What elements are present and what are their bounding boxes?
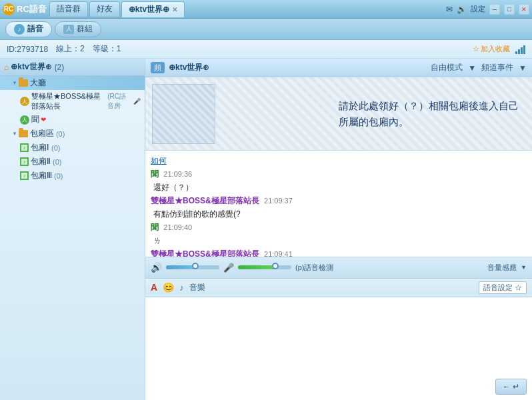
nav-group-btn[interactable]: 人 群組 (55, 21, 101, 37)
volume-dropdown-icon[interactable]: ▼ (521, 264, 527, 271)
sidebar-channel-name: ⊕ktv世界⊕ (11, 61, 51, 73)
volume-label: 音量感應 (487, 263, 517, 273)
speaker-thumb (192, 263, 199, 269)
voice-settings-btn[interactable]: 語音設定 ☆ (479, 281, 527, 294)
speaker-slider[interactable] (166, 265, 219, 269)
heart-icon: ❤ (41, 116, 46, 123)
speaker-icon: 🔊 (457, 5, 467, 14)
chat-panel: 頻 ⊕ktv世界⊕ 自由模式 ▼ 頻道事件 ▼ 請於此處領好（？）相關包廂後進入… (145, 59, 532, 400)
speaker-fill (166, 265, 195, 269)
msg-time-1: 21:09:37 (264, 197, 293, 205)
mic-icon-user1: 🎤 (133, 98, 141, 105)
msg-content-0: 還好（？） (151, 183, 193, 192)
settings-arrow-icon: ☆ (515, 283, 522, 291)
nav-voice-btn[interactable]: ♪ 語音 (5, 21, 52, 37)
font-button[interactable]: A (151, 282, 157, 293)
folder-icon (19, 79, 28, 87)
signal-bars (515, 45, 525, 54)
message-text-2: ㄌ (151, 235, 527, 247)
signal-bar-2 (518, 49, 520, 54)
minimize-btn[interactable]: ─ (489, 4, 500, 15)
tab-close-btn[interactable]: ✕ (172, 6, 177, 13)
msg-content-1: 有點仿到誰的歌的感覺(? (151, 209, 241, 219)
box-icon-1: ♪ (20, 143, 29, 152)
box-area-count: (0) (56, 130, 65, 138)
tab-icon2: ⊕ (163, 5, 169, 14)
folder-icon-box (19, 130, 28, 137)
msg-user-2: 聞 (151, 223, 159, 232)
user1-sub: (RC語音房 (107, 92, 132, 111)
box-icon-2: ♪ (20, 157, 29, 166)
mic-thumb (272, 263, 279, 269)
music-icon: ♪ (179, 283, 184, 293)
sidebar-item-box-area[interactable]: ▼ 包廂區 (0) (0, 127, 145, 141)
level: 等級：1 (93, 43, 121, 55)
sidebar-channel-count: (2) (55, 63, 65, 72)
mic-track (238, 265, 291, 269)
box-area-label: 包廂區 (30, 128, 54, 139)
window-controls: ✉ 🔊 設定 ─ □ ✕ (446, 4, 529, 15)
banner-image (152, 84, 215, 144)
sidebar-item-user2[interactable]: 人 聞 ❤ (0, 113, 145, 127)
msg-user-0: 聞 (151, 169, 159, 179)
online-count: 線上：2 (56, 43, 85, 55)
chat-banner: 請於此處領好（？）相關包廂後進入自己所屬的包廂內。 (145, 77, 532, 151)
collapse-arrow: ▼ (12, 80, 17, 86)
title-bar: RC RC語音 語音群 好友 ⊕ ktv世界 ⊕ ✕ ✉ 🔊 設定 ─ □ ✕ (0, 0, 532, 19)
event-dropdown-icon[interactable]: ▼ (519, 63, 527, 73)
close-btn[interactable]: ✕ (519, 4, 529, 15)
maximize-btn[interactable]: □ (504, 4, 515, 15)
message-text-1: 有點仿到誰的歌的感覺(? (151, 208, 527, 220)
send-button[interactable]: ← ↵ (495, 379, 527, 395)
enter-icon: ↵ (513, 382, 519, 391)
chat-header: 頻 ⊕ktv世界⊕ 自由模式 ▼ 頻道事件 ▼ (145, 59, 532, 77)
box1-count: (0) (51, 144, 60, 152)
sidebar-dali-label: 大廳 (30, 77, 46, 89)
send-arrow-icon: ← (503, 382, 511, 391)
nav-voice-label: 語音 (27, 23, 43, 35)
signal-bar-4 (523, 45, 525, 54)
headphone-icon: ♪ (14, 24, 25, 35)
tab-bar: 語音群 好友 ⊕ ktv世界 ⊕ ✕ (49, 1, 446, 17)
rc-icon: RC (3, 3, 15, 15)
sidebar-item-user1[interactable]: 人 雙極星★BOSS&極星部落站長 (RC語音房 🎤 (0, 90, 145, 113)
settings-icon[interactable]: 設定 (471, 4, 485, 14)
sidebar-item-box3[interactable]: ♪ 包廂Ⅲ (0) (0, 169, 145, 183)
tab-ktv[interactable]: ⊕ ktv世界 ⊕ ✕ (121, 1, 185, 17)
banner-text: 請於此處領好（？）相關包廂後進入自己所屬的包廂內。 (339, 98, 519, 130)
sidebar-item-box1[interactable]: ♪ 包廂Ⅰ (0) (0, 141, 145, 155)
mode-dropdown-icon[interactable]: ▼ (468, 63, 476, 73)
sidebar-item-dali[interactable]: ▼ 大廳 (0, 76, 145, 90)
msg-user-3: 雙極星★BOSS&極星部落站長 (151, 249, 259, 257)
message-row-0: 聞 21:09:36 (151, 168, 527, 180)
msg-time-2: 21:09:40 (163, 223, 192, 231)
box2-count: (0) (53, 158, 61, 166)
tab-voice-group[interactable]: 語音群 (49, 1, 88, 17)
box-icon-3: ♪ (20, 171, 29, 180)
app-name: RC語音 (17, 3, 47, 15)
input-bar: A 😊 ♪ 音樂 語音設定 ☆ (145, 279, 532, 297)
app-logo: RC RC語音 (3, 3, 47, 15)
msg-time-0: 21:09:36 (163, 170, 192, 178)
star-icon: ☆ (473, 45, 479, 53)
user-avatar-1: 人 (20, 97, 29, 106)
add-favorite-btn[interactable]: ☆ 加入收藏 (473, 44, 510, 54)
main-content: ⌂ ⊕ktv世界⊕ (2) ▼ 大廳 人 雙極星★BOSS&極星部落站長 (RC… (0, 59, 532, 400)
sidebar-item-box2[interactable]: ♪ 包廂Ⅱ (0) (0, 155, 145, 169)
mic-icon-audio: 🎤 (223, 263, 234, 273)
tab-friends[interactable]: 好友 (89, 1, 120, 17)
message-row-2: 聞 21:09:40 (151, 221, 527, 233)
emoji-button[interactable]: 😊 (163, 282, 174, 293)
tab-icon: ⊕ (129, 5, 135, 14)
sidebar: ⌂ ⊕ktv世界⊕ (2) ▼ 大廳 人 雙極星★BOSS&極星部落站長 (RC… (0, 59, 145, 400)
nav-group-label: 群組 (77, 23, 93, 35)
msg-link-text[interactable]: 如何 (151, 156, 167, 165)
text-input-area: ← ↵ (145, 297, 532, 401)
message-input[interactable] (148, 300, 529, 398)
sidebar-channel-header[interactable]: ⌂ ⊕ktv世界⊕ (2) (0, 59, 145, 76)
user2-name: 聞 (31, 114, 39, 125)
speaker-icon-audio: 🔊 (151, 262, 162, 273)
mic-slider[interactable] (238, 265, 291, 269)
chat-messages[interactable]: 如何 聞 21:09:36 還好（？） 雙極星★BOSS&極星部落站長 21:0… (145, 151, 532, 257)
user-id: ID:2793718 (7, 45, 48, 54)
